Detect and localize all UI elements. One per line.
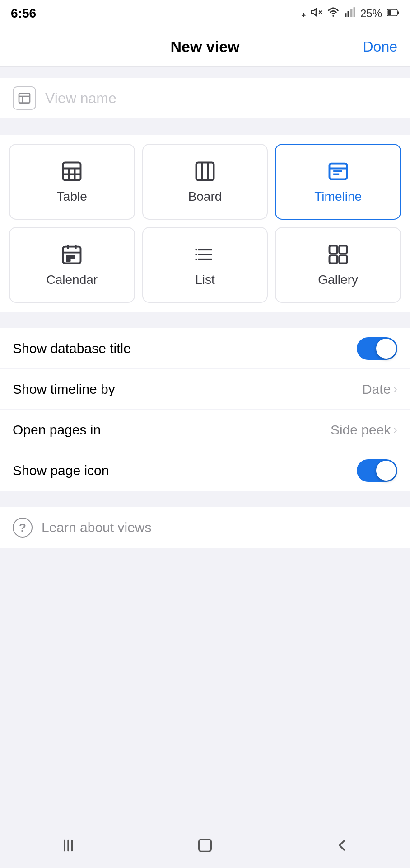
android-nav-bar	[0, 823, 410, 868]
android-home-button[interactable]	[196, 836, 214, 854]
spacer-2	[0, 118, 410, 135]
svg-rect-5	[350, 9, 352, 17]
svg-rect-10	[19, 93, 30, 103]
battery-icon	[387, 9, 399, 19]
show-timeline-by-value: Date ›	[362, 382, 397, 397]
svg-point-36	[195, 254, 197, 255]
svg-point-35	[195, 249, 197, 250]
chevron-right-icon-1: ›	[393, 382, 397, 396]
svg-rect-6	[354, 7, 355, 17]
table-label: Table	[57, 189, 87, 204]
show-database-title-label: Show database title	[13, 341, 131, 356]
svg-rect-40	[329, 255, 337, 263]
android-back-button[interactable]	[333, 836, 351, 854]
timeline-label: Timeline	[314, 189, 362, 204]
svg-rect-39	[339, 246, 347, 254]
bottom-fill	[0, 548, 410, 823]
calendar-label: Calendar	[47, 273, 98, 287]
svg-rect-30	[71, 255, 74, 259]
toggle-knob-2	[376, 461, 396, 481]
bluetooth-icon: ⁎	[301, 8, 306, 19]
svg-rect-45	[199, 840, 211, 852]
show-database-title-row[interactable]: Show database title	[0, 328, 410, 369]
board-label: Board	[188, 189, 222, 204]
view-card-calendar[interactable]: Calendar	[9, 227, 135, 303]
status-bar: 6:56 ⁎ 25%	[0, 0, 410, 27]
spacer-1	[0, 67, 410, 78]
battery-text: 25%	[360, 7, 382, 20]
top-nav: New view Done	[0, 27, 410, 67]
gallery-label: Gallery	[318, 273, 358, 287]
status-time: 6:56	[11, 6, 36, 21]
done-button[interactable]: Done	[363, 38, 398, 55]
list-label: List	[195, 273, 215, 287]
svg-rect-9	[397, 11, 399, 14]
svg-rect-18	[196, 163, 214, 180]
view-card-list[interactable]: List	[142, 227, 268, 303]
view-card-board[interactable]: Board	[142, 144, 268, 220]
view-name-row	[0, 78, 410, 118]
show-page-icon-toggle[interactable]	[357, 459, 397, 482]
view-card-timeline[interactable]: Timeline	[275, 144, 401, 220]
svg-point-37	[195, 259, 197, 260]
page-title: New view	[170, 38, 239, 56]
chevron-right-icon-2: ›	[393, 423, 397, 437]
view-type-grid: Table Board Timeline Calendar	[0, 135, 410, 312]
show-database-title-toggle[interactable]	[357, 337, 397, 360]
android-menu-button[interactable]	[59, 836, 77, 854]
svg-rect-29	[67, 255, 70, 259]
svg-rect-4	[348, 11, 349, 17]
learn-text: Learn about views	[42, 520, 152, 535]
status-icons: ⁎ 25%	[301, 6, 399, 21]
svg-rect-31	[67, 259, 70, 261]
view-card-table[interactable]: Table	[9, 144, 135, 220]
settings-section: Show database title Show timeline by Dat…	[0, 328, 410, 491]
view-card-gallery[interactable]: Gallery	[275, 227, 401, 303]
mute-icon	[311, 6, 322, 21]
svg-rect-38	[329, 246, 337, 254]
svg-rect-8	[388, 10, 391, 15]
show-timeline-by-row[interactable]: Show timeline by Date ›	[0, 369, 410, 410]
open-pages-in-row[interactable]: Open pages in Side peek ›	[0, 410, 410, 450]
toggle-knob-1	[376, 339, 396, 359]
view-name-icon	[13, 86, 36, 110]
show-page-icon-row[interactable]: Show page icon	[0, 450, 410, 491]
view-name-input[interactable]	[45, 90, 397, 107]
help-icon: ?	[13, 518, 33, 538]
open-pages-in-label: Open pages in	[13, 422, 101, 438]
svg-marker-0	[312, 9, 316, 15]
signal-icon	[344, 6, 356, 21]
learn-row[interactable]: ? Learn about views	[0, 507, 410, 548]
show-page-icon-label: Show page icon	[13, 463, 109, 478]
svg-rect-13	[63, 163, 81, 180]
svg-rect-41	[339, 255, 347, 263]
svg-rect-3	[345, 13, 346, 17]
show-timeline-by-label: Show timeline by	[13, 382, 115, 397]
wifi-icon	[327, 6, 340, 21]
open-pages-in-value: Side peek ›	[331, 422, 397, 438]
